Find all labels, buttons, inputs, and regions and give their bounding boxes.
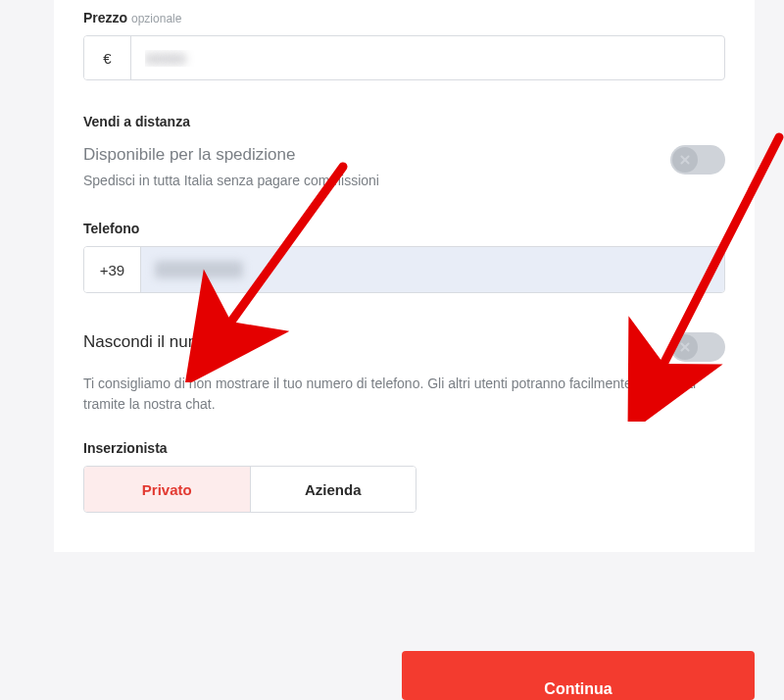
currency-symbol: € [84, 36, 131, 79]
hide-number-title: Nascondi il numero [83, 332, 651, 352]
phone-label: Telefono [83, 221, 725, 236]
close-icon [672, 334, 698, 360]
shipping-toggle[interactable] [670, 145, 725, 175]
remote-section-title: Vendi a distanza [83, 114, 725, 129]
hide-number-row: Nascondi il numero [83, 332, 725, 362]
shipping-desc: Spedisci in tutta Italia senza pagare co… [83, 171, 651, 191]
shipping-text: Disponibile per la spedizione Spedisci i… [83, 145, 651, 191]
hide-number-text: Nascondi il numero [83, 332, 651, 362]
close-icon [672, 147, 698, 173]
phone-value-blurred [155, 261, 243, 278]
form-card: Prezzo opzionale € Vendi a distanza Disp… [54, 0, 755, 552]
footer: Continua [402, 651, 755, 700]
hide-number-toggle[interactable] [670, 332, 725, 362]
price-input[interactable] [131, 36, 724, 79]
advertiser-label: Inserzionista [83, 440, 725, 456]
price-label: Prezzo opzionale [83, 10, 725, 25]
phone-input-row: +39 [83, 246, 725, 293]
phone-input[interactable] [141, 247, 724, 292]
shipping-title: Disponibile per la spedizione [83, 145, 651, 165]
price-optional: opzionale [131, 12, 181, 25]
phone-prefix: +39 [84, 247, 141, 292]
segment-private[interactable]: Privato [84, 467, 250, 512]
price-field: Prezzo opzionale € [83, 0, 725, 80]
shipping-toggle-row: Disponibile per la spedizione Spedisci i… [83, 145, 725, 191]
segment-company[interactable]: Azienda [250, 467, 416, 512]
continue-button[interactable]: Continua [402, 651, 755, 700]
advertiser-segment: Privato Azienda [83, 466, 416, 513]
price-label-text: Prezzo [83, 10, 127, 25]
hide-number-desc: Ti consigliamo di non mostrare il tuo nu… [83, 374, 725, 415]
price-input-row: € [83, 35, 725, 80]
